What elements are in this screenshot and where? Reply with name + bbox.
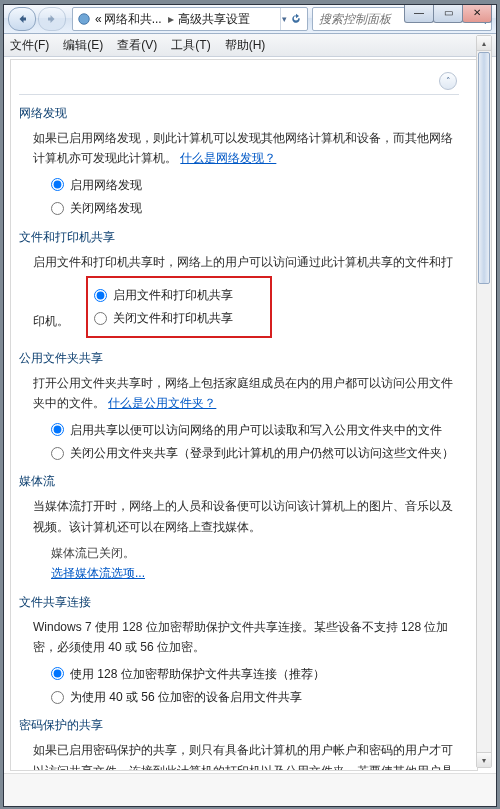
section-body-connection: Windows 7 使用 128 位加密帮助保护文件共享连接。某些设备不支持 1… [33,617,459,708]
radio-conn-4056[interactable]: 为使用 40 或 56 位加密的设备启用文件共享 [51,687,459,707]
link-what-is-public-folder[interactable]: 什么是公用文件夹？ [108,396,216,410]
content-panel: ˄ 网络发现 如果已启用网络发现，则此计算机可以发现其他网络计算机和设备，而其他… [10,59,478,771]
section-body-file-printer: 启用文件和打印机共享时，网络上的用户可以访问通过此计算机共享的文件和打印机。 启… [33,252,459,340]
refresh-button[interactable]: ▾ [280,8,303,30]
section-title-media: 媒体流 [19,473,459,490]
media-status-text: 媒体流已关闭。 [51,543,459,563]
section-title-public-folder: 公用文件夹共享 [19,350,459,367]
menu-view[interactable]: 查看(V) [117,37,157,54]
chevron-right-icon: ▸ [168,12,174,26]
network-icon [77,12,91,26]
section-body-password: 如果已启用密码保护的共享，则只有具备此计算机的用户帐户和密码的用户才可以访问共享… [33,740,459,771]
link-media-options[interactable]: 选择媒体流选项... [51,566,145,580]
content-shell: ˄ 网络发现 如果已启用网络发现，则此计算机可以发现其他网络计算机和设备，而其他… [4,57,496,773]
radio-network-discovery-on[interactable]: 启用网络发现 [51,175,459,195]
breadcrumb[interactable]: « 网络和共... ▸ 高级共享设置 ▾ [72,7,308,31]
menu-tools[interactable]: 工具(T) [171,37,210,54]
vertical-scrollbar[interactable]: ▴ ▾ [476,35,492,768]
svg-point-0 [79,14,90,25]
close-button[interactable]: ✕ [462,4,492,23]
section-body-public-folder: 打开公用文件夹共享时，网络上包括家庭组成员在内的用户都可以访问公用文件夹中的文件… [33,373,459,464]
scroll-up-arrow-icon[interactable]: ▴ [477,36,491,51]
radio-public-folder-on[interactable]: 启用共享以便可以访问网络的用户可以读取和写入公用文件夹中的文件 [51,420,459,440]
maximize-button[interactable]: ▭ [433,4,463,23]
breadcrumb-seg1[interactable]: 网络和共... [104,11,162,28]
scroll-thumb[interactable] [478,52,490,284]
nav-forward-button[interactable] [38,7,66,31]
section-body-media: 当媒体流打开时，网络上的人员和设备便可以访问该计算机上的图片、音乐以及视频。该计… [33,496,459,584]
arrow-left-icon [16,13,28,25]
radio-file-printer-on[interactable]: 启用文件和打印机共享 [94,285,264,305]
refresh-icon [290,13,302,25]
section-title-network-discovery: 网络发现 [19,105,459,122]
chevron-up-icon: ˄ [439,72,457,90]
scroll-down-arrow-icon[interactable]: ▾ [477,752,491,767]
radio-file-printer-off[interactable]: 关闭文件和打印机共享 [94,308,264,328]
radio-network-discovery-off[interactable]: 关闭网络发现 [51,198,459,218]
breadcrumb-seg2[interactable]: 高级共享设置 [178,11,250,28]
minimize-button[interactable]: — [404,4,434,23]
radio-conn-128[interactable]: 使用 128 位加密帮助保护文件共享连接（推荐） [51,664,459,684]
menubar: 文件(F) 编辑(E) 查看(V) 工具(T) 帮助(H) [4,34,496,57]
nav-back-button[interactable] [8,7,36,31]
menu-file[interactable]: 文件(F) [10,37,49,54]
window-controls: — ▭ ✕ [405,4,492,23]
section-title-connection: 文件共享连接 [19,594,459,611]
menu-edit[interactable]: 编辑(E) [63,37,103,54]
profile-accordion-header[interactable]: ˄ [19,68,459,95]
footer-bar [4,773,496,806]
window-frame: — ▭ ✕ « 网络和共... ▸ 高级共享设置 ▾ [3,4,497,807]
radio-public-folder-off[interactable]: 关闭公用文件夹共享（登录到此计算机的用户仍然可以访问这些文件夹） [51,443,459,463]
chevron-down-icon: ▾ [282,14,287,24]
highlight-file-printer: 启用文件和打印机共享 关闭文件和打印机共享 [86,276,272,338]
section-title-file-printer: 文件和打印机共享 [19,229,459,246]
breadcrumb-sep: « [95,12,102,26]
menu-help[interactable]: 帮助(H) [225,37,266,54]
link-what-is-network-discovery[interactable]: 什么是网络发现？ [180,151,276,165]
arrow-right-icon [46,13,58,25]
section-title-password: 密码保护的共享 [19,717,459,734]
section-body-network-discovery: 如果已启用网络发现，则此计算机可以发现其他网络计算机和设备，而其他网络计算机亦可… [33,128,459,219]
